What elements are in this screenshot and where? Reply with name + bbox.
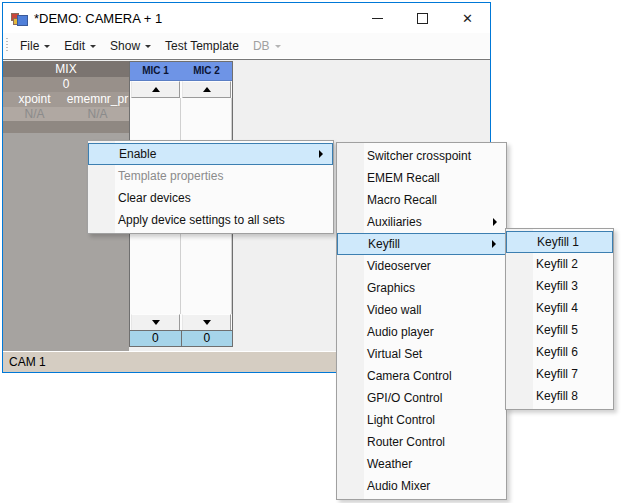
menu-item-label: Graphics bbox=[367, 281, 415, 295]
ememnr-value: N/A bbox=[66, 107, 129, 121]
menu-item-light-control[interactable]: Light Control bbox=[337, 409, 506, 431]
keyfill-submenu: Keyfill 1 Keyfill 2 Keyfill 3 Keyfill 4 … bbox=[505, 228, 614, 410]
menu-show[interactable]: Show bbox=[103, 35, 158, 57]
menu-item-keyfill[interactable]: Keyfill bbox=[337, 233, 506, 255]
menu-item-gpio-control[interactable]: GPI/O Control bbox=[337, 387, 506, 409]
menu-item-label: Keyfill bbox=[368, 237, 400, 251]
menu-item-videoserver[interactable]: Videoserver bbox=[337, 255, 506, 277]
menu-item-switcher-crosspoint[interactable]: Switcher crosspoint bbox=[337, 145, 506, 167]
menu-item-keyfill-2[interactable]: Keyfill 2 bbox=[506, 253, 613, 275]
menu-item-video-wall[interactable]: Video wall bbox=[337, 299, 506, 321]
minimize-icon bbox=[372, 18, 383, 19]
menu-item-label: Camera Control bbox=[367, 369, 452, 383]
table-divider bbox=[3, 121, 129, 133]
close-button[interactable]: ✕ bbox=[445, 3, 490, 33]
menu-item-label: EMEM Recall bbox=[367, 171, 440, 185]
window-controls: ✕ bbox=[355, 3, 490, 33]
menu-item-keyfill-4[interactable]: Keyfill 4 bbox=[506, 297, 613, 319]
menu-item-label: Keyfill 4 bbox=[536, 301, 578, 315]
app-icon-blue-pane bbox=[17, 15, 28, 26]
menu-item-virtual-set[interactable]: Virtual Set bbox=[337, 343, 506, 365]
menu-item-keyfill-6[interactable]: Keyfill 6 bbox=[506, 341, 613, 363]
menu-item-label: Videoserver bbox=[367, 259, 431, 273]
menu-item-label: Keyfill 1 bbox=[537, 235, 579, 249]
menu-item-auxiliaries[interactable]: Auxiliaries bbox=[337, 211, 506, 233]
mic1-value[interactable]: 0 bbox=[130, 331, 182, 346]
menu-db: DB bbox=[246, 35, 288, 57]
menu-item-camera-control[interactable]: Camera Control bbox=[337, 365, 506, 387]
menu-item-label: Keyfill 5 bbox=[536, 323, 578, 337]
enable-submenu: Switcher crosspoint EMEM Recall Macro Re… bbox=[336, 142, 507, 500]
desktop-canvas: *DEMO: CAMERA + 1 ✕ File Edit Show Test … bbox=[0, 0, 625, 503]
menu-item-clear-devices[interactable]: Clear devices bbox=[88, 187, 333, 209]
menu-db-label: DB bbox=[253, 39, 270, 53]
menu-item-label: Router Control bbox=[367, 435, 445, 449]
menu-item-label: Keyfill 2 bbox=[536, 257, 578, 271]
up-arrow-icon bbox=[152, 87, 160, 92]
menu-item-label: Auxiliaries bbox=[367, 215, 422, 229]
menu-item-label: Audio Mixer bbox=[367, 479, 430, 493]
menu-bar: File Edit Show Test Template DB bbox=[3, 33, 490, 58]
menu-item-keyfill-8[interactable]: Keyfill 8 bbox=[506, 385, 613, 407]
menu-item-router-control[interactable]: Router Control bbox=[337, 431, 506, 453]
down-arrow-icon bbox=[203, 320, 211, 325]
menu-item-emem-recall[interactable]: EMEM Recall bbox=[337, 167, 506, 189]
bus-value: 0 bbox=[3, 77, 129, 92]
menu-file-label: File bbox=[20, 39, 39, 53]
value-row: 0 0 bbox=[130, 330, 232, 346]
up-arrow-icon bbox=[203, 87, 211, 92]
menu-item-weather[interactable]: Weather bbox=[337, 453, 506, 475]
mic1-up-button[interactable] bbox=[131, 81, 180, 98]
column-header-ememnr: ememnr_pr bbox=[66, 92, 129, 107]
maximize-button[interactable] bbox=[400, 3, 445, 33]
menu-item-label: Weather bbox=[367, 457, 412, 471]
menu-item-graphics[interactable]: Graphics bbox=[337, 277, 506, 299]
menu-item-label: Keyfill 8 bbox=[536, 389, 578, 403]
menu-item-keyfill-5[interactable]: Keyfill 5 bbox=[506, 319, 613, 341]
column-headers: xpoint ememnr_pr bbox=[3, 92, 129, 107]
channel-label-mic2: MIC 2 bbox=[181, 62, 232, 80]
menu-item-macro-recall[interactable]: Macro Recall bbox=[337, 189, 506, 211]
app-icon bbox=[11, 10, 27, 26]
down-arrow-icon bbox=[152, 320, 160, 325]
context-menu: Enable Template properties Clear devices… bbox=[87, 140, 334, 234]
menu-edit-label: Edit bbox=[64, 39, 85, 53]
submenu-arrow-icon bbox=[493, 218, 497, 226]
menu-item-template-properties: Template properties bbox=[88, 165, 333, 187]
bus-label: MIX bbox=[3, 61, 129, 77]
submenu-arrow-icon bbox=[319, 150, 323, 158]
mic2-value[interactable]: 0 bbox=[182, 331, 233, 346]
menu-item-label: Enable bbox=[119, 147, 156, 161]
menu-item-label: Keyfill 3 bbox=[536, 279, 578, 293]
status-text: CAM 1 bbox=[9, 355, 46, 369]
chevron-down-icon bbox=[90, 45, 96, 48]
close-icon: ✕ bbox=[462, 12, 473, 25]
menu-item-label: Macro Recall bbox=[367, 193, 437, 207]
menu-item-keyfill-1[interactable]: Keyfill 1 bbox=[506, 231, 613, 253]
menu-item-label: Keyfill 6 bbox=[536, 345, 578, 359]
menu-file[interactable]: File bbox=[13, 35, 57, 57]
menu-item-keyfill-7[interactable]: Keyfill 7 bbox=[506, 363, 613, 385]
toolstrip-grip[interactable] bbox=[6, 38, 8, 53]
decrement-row bbox=[130, 314, 232, 331]
chevron-down-icon bbox=[275, 45, 281, 48]
xpoint-value: N/A bbox=[3, 107, 66, 121]
menu-item-label: Light Control bbox=[367, 413, 435, 427]
menu-item-enable[interactable]: Enable bbox=[88, 143, 333, 165]
menu-item-label: Clear devices bbox=[118, 191, 191, 205]
menu-item-audio-mixer[interactable]: Audio Mixer bbox=[337, 475, 506, 497]
title-bar[interactable]: *DEMO: CAMERA + 1 ✕ bbox=[3, 3, 490, 33]
mic2-up-button[interactable] bbox=[182, 81, 231, 98]
menu-item-label: Virtual Set bbox=[367, 347, 422, 361]
minimize-button[interactable] bbox=[355, 3, 400, 33]
mic1-down-button[interactable] bbox=[131, 314, 180, 331]
menu-item-audio-player[interactable]: Audio player bbox=[337, 321, 506, 343]
menu-edit[interactable]: Edit bbox=[57, 35, 103, 57]
maximize-icon bbox=[417, 13, 428, 24]
menu-item-apply-device-settings[interactable]: Apply device settings to all sets bbox=[88, 209, 333, 231]
menu-item-label: Video wall bbox=[367, 303, 421, 317]
mic2-down-button[interactable] bbox=[182, 314, 231, 331]
menu-test-template-label: Test Template bbox=[165, 39, 239, 53]
menu-test-template[interactable]: Test Template bbox=[158, 35, 246, 57]
menu-item-keyfill-3[interactable]: Keyfill 3 bbox=[506, 275, 613, 297]
